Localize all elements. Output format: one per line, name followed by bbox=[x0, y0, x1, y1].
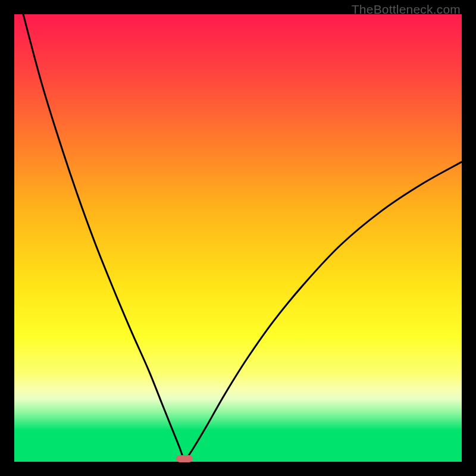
watermark-text: TheBottleneck.com bbox=[352, 2, 461, 17]
curve-right-branch bbox=[184, 162, 462, 462]
optimal-point-marker bbox=[176, 455, 193, 462]
curve-left-branch bbox=[23, 14, 184, 462]
bottleneck-curve bbox=[14, 14, 462, 462]
chart-plot-area bbox=[14, 14, 462, 462]
